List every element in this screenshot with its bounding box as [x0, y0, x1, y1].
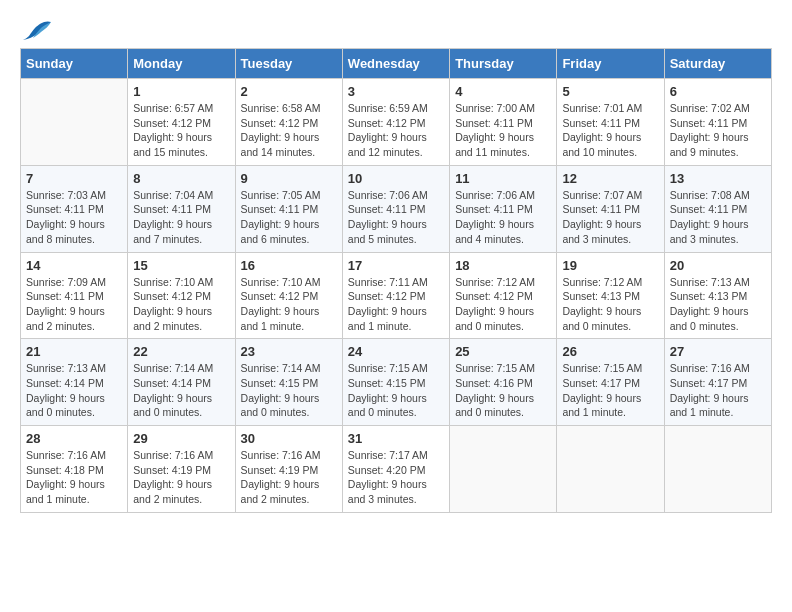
calendar-cell: 22Sunrise: 7:14 AMSunset: 4:14 PMDayligh…: [128, 339, 235, 426]
calendar-table: SundayMondayTuesdayWednesdayThursdayFrid…: [20, 48, 772, 513]
day-info: Sunrise: 7:12 AMSunset: 4:12 PMDaylight:…: [455, 275, 551, 334]
day-info: Sunrise: 7:11 AMSunset: 4:12 PMDaylight:…: [348, 275, 444, 334]
day-number: 6: [670, 84, 766, 99]
day-number: 10: [348, 171, 444, 186]
calendar-week-2: 7Sunrise: 7:03 AMSunset: 4:11 PMDaylight…: [21, 165, 772, 252]
day-info: Sunrise: 7:03 AMSunset: 4:11 PMDaylight:…: [26, 188, 122, 247]
calendar-cell: 9Sunrise: 7:05 AMSunset: 4:11 PMDaylight…: [235, 165, 342, 252]
calendar-cell: 7Sunrise: 7:03 AMSunset: 4:11 PMDaylight…: [21, 165, 128, 252]
day-info: Sunrise: 7:13 AMSunset: 4:14 PMDaylight:…: [26, 361, 122, 420]
day-number: 9: [241, 171, 337, 186]
calendar-cell: [664, 426, 771, 513]
day-number: 14: [26, 258, 122, 273]
day-info: Sunrise: 6:57 AMSunset: 4:12 PMDaylight:…: [133, 101, 229, 160]
calendar-cell: 29Sunrise: 7:16 AMSunset: 4:19 PMDayligh…: [128, 426, 235, 513]
calendar-week-4: 21Sunrise: 7:13 AMSunset: 4:14 PMDayligh…: [21, 339, 772, 426]
day-number: 22: [133, 344, 229, 359]
calendar-cell: 20Sunrise: 7:13 AMSunset: 4:13 PMDayligh…: [664, 252, 771, 339]
day-info: Sunrise: 7:16 AMSunset: 4:17 PMDaylight:…: [670, 361, 766, 420]
day-number: 16: [241, 258, 337, 273]
calendar-cell: 4Sunrise: 7:00 AMSunset: 4:11 PMDaylight…: [450, 79, 557, 166]
calendar-cell: 12Sunrise: 7:07 AMSunset: 4:11 PMDayligh…: [557, 165, 664, 252]
day-info: Sunrise: 7:09 AMSunset: 4:11 PMDaylight:…: [26, 275, 122, 334]
day-info: Sunrise: 7:16 AMSunset: 4:18 PMDaylight:…: [26, 448, 122, 507]
day-number: 2: [241, 84, 337, 99]
day-number: 31: [348, 431, 444, 446]
day-info: Sunrise: 7:00 AMSunset: 4:11 PMDaylight:…: [455, 101, 551, 160]
calendar-cell: 3Sunrise: 6:59 AMSunset: 4:12 PMDaylight…: [342, 79, 449, 166]
calendar-header-sunday: Sunday: [21, 49, 128, 79]
day-info: Sunrise: 6:58 AMSunset: 4:12 PMDaylight:…: [241, 101, 337, 160]
calendar-cell: 18Sunrise: 7:12 AMSunset: 4:12 PMDayligh…: [450, 252, 557, 339]
day-number: 28: [26, 431, 122, 446]
day-info: Sunrise: 7:15 AMSunset: 4:17 PMDaylight:…: [562, 361, 658, 420]
day-info: Sunrise: 7:01 AMSunset: 4:11 PMDaylight:…: [562, 101, 658, 160]
calendar-cell: [557, 426, 664, 513]
calendar-header-wednesday: Wednesday: [342, 49, 449, 79]
calendar-cell: 15Sunrise: 7:10 AMSunset: 4:12 PMDayligh…: [128, 252, 235, 339]
calendar-cell: 31Sunrise: 7:17 AMSunset: 4:20 PMDayligh…: [342, 426, 449, 513]
calendar-cell: 25Sunrise: 7:15 AMSunset: 4:16 PMDayligh…: [450, 339, 557, 426]
logo-bird-icon: [23, 20, 53, 42]
calendar-header-row: SundayMondayTuesdayWednesdayThursdayFrid…: [21, 49, 772, 79]
day-number: 19: [562, 258, 658, 273]
calendar-cell: 26Sunrise: 7:15 AMSunset: 4:17 PMDayligh…: [557, 339, 664, 426]
page-header: [20, 20, 772, 38]
calendar-cell: 27Sunrise: 7:16 AMSunset: 4:17 PMDayligh…: [664, 339, 771, 426]
calendar-cell: 17Sunrise: 7:11 AMSunset: 4:12 PMDayligh…: [342, 252, 449, 339]
calendar-week-5: 28Sunrise: 7:16 AMSunset: 4:18 PMDayligh…: [21, 426, 772, 513]
day-info: Sunrise: 7:08 AMSunset: 4:11 PMDaylight:…: [670, 188, 766, 247]
calendar-cell: [450, 426, 557, 513]
day-info: Sunrise: 7:04 AMSunset: 4:11 PMDaylight:…: [133, 188, 229, 247]
day-info: Sunrise: 7:02 AMSunset: 4:11 PMDaylight:…: [670, 101, 766, 160]
day-info: Sunrise: 7:13 AMSunset: 4:13 PMDaylight:…: [670, 275, 766, 334]
day-info: Sunrise: 7:15 AMSunset: 4:15 PMDaylight:…: [348, 361, 444, 420]
day-number: 8: [133, 171, 229, 186]
calendar-cell: 5Sunrise: 7:01 AMSunset: 4:11 PMDaylight…: [557, 79, 664, 166]
calendar-cell: 19Sunrise: 7:12 AMSunset: 4:13 PMDayligh…: [557, 252, 664, 339]
day-info: Sunrise: 7:14 AMSunset: 4:15 PMDaylight:…: [241, 361, 337, 420]
day-number: 3: [348, 84, 444, 99]
day-info: Sunrise: 7:14 AMSunset: 4:14 PMDaylight:…: [133, 361, 229, 420]
day-info: Sunrise: 7:07 AMSunset: 4:11 PMDaylight:…: [562, 188, 658, 247]
calendar-header-saturday: Saturday: [664, 49, 771, 79]
day-number: 17: [348, 258, 444, 273]
day-info: Sunrise: 6:59 AMSunset: 4:12 PMDaylight:…: [348, 101, 444, 160]
day-info: Sunrise: 7:10 AMSunset: 4:12 PMDaylight:…: [241, 275, 337, 334]
day-number: 13: [670, 171, 766, 186]
day-number: 21: [26, 344, 122, 359]
calendar-body: 1Sunrise: 6:57 AMSunset: 4:12 PMDaylight…: [21, 79, 772, 513]
day-number: 11: [455, 171, 551, 186]
calendar-cell: 11Sunrise: 7:06 AMSunset: 4:11 PMDayligh…: [450, 165, 557, 252]
day-number: 12: [562, 171, 658, 186]
day-number: 7: [26, 171, 122, 186]
day-number: 25: [455, 344, 551, 359]
calendar-cell: 2Sunrise: 6:58 AMSunset: 4:12 PMDaylight…: [235, 79, 342, 166]
day-number: 23: [241, 344, 337, 359]
calendar-cell: 10Sunrise: 7:06 AMSunset: 4:11 PMDayligh…: [342, 165, 449, 252]
calendar-cell: 23Sunrise: 7:14 AMSunset: 4:15 PMDayligh…: [235, 339, 342, 426]
calendar-cell: 1Sunrise: 6:57 AMSunset: 4:12 PMDaylight…: [128, 79, 235, 166]
day-number: 20: [670, 258, 766, 273]
calendar-cell: 24Sunrise: 7:15 AMSunset: 4:15 PMDayligh…: [342, 339, 449, 426]
day-info: Sunrise: 7:17 AMSunset: 4:20 PMDaylight:…: [348, 448, 444, 507]
day-info: Sunrise: 7:10 AMSunset: 4:12 PMDaylight:…: [133, 275, 229, 334]
day-number: 27: [670, 344, 766, 359]
calendar-cell: 14Sunrise: 7:09 AMSunset: 4:11 PMDayligh…: [21, 252, 128, 339]
day-number: 29: [133, 431, 229, 446]
day-number: 26: [562, 344, 658, 359]
calendar-header-monday: Monday: [128, 49, 235, 79]
calendar-cell: 6Sunrise: 7:02 AMSunset: 4:11 PMDaylight…: [664, 79, 771, 166]
day-number: 4: [455, 84, 551, 99]
day-number: 15: [133, 258, 229, 273]
day-number: 24: [348, 344, 444, 359]
calendar-cell: 30Sunrise: 7:16 AMSunset: 4:19 PMDayligh…: [235, 426, 342, 513]
calendar-header-tuesday: Tuesday: [235, 49, 342, 79]
calendar-header-friday: Friday: [557, 49, 664, 79]
day-number: 18: [455, 258, 551, 273]
day-info: Sunrise: 7:16 AMSunset: 4:19 PMDaylight:…: [241, 448, 337, 507]
calendar-header-thursday: Thursday: [450, 49, 557, 79]
calendar-cell: 16Sunrise: 7:10 AMSunset: 4:12 PMDayligh…: [235, 252, 342, 339]
calendar-cell: 28Sunrise: 7:16 AMSunset: 4:18 PMDayligh…: [21, 426, 128, 513]
day-number: 5: [562, 84, 658, 99]
